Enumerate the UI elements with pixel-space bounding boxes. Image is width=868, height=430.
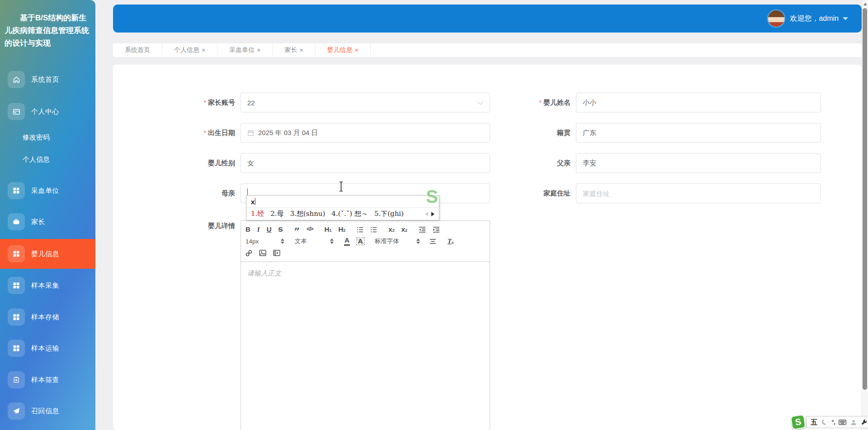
baby-gender-field-box <box>241 153 490 173</box>
ordered-list-icon[interactable] <box>357 226 363 233</box>
superscript-button[interactable]: x2 <box>401 226 407 234</box>
close-icon[interactable]: × <box>355 47 359 54</box>
bold-button[interactable]: B <box>245 226 250 234</box>
align-icon[interactable] <box>429 238 436 244</box>
keyboard-icon[interactable] <box>839 420 846 425</box>
sogou-logo-icon: S <box>426 187 438 206</box>
birth-date-picker[interactable]: 2025 年 03 月 04 日 <box>241 123 490 143</box>
id-card-icon <box>8 103 25 120</box>
baby-name-field-box <box>576 93 821 112</box>
bullet-list-icon[interactable] <box>370 226 377 233</box>
sidebar-item-parents[interactable]: 家长 <box>0 210 95 234</box>
father-input[interactable] <box>583 159 814 167</box>
link-icon[interactable] <box>245 250 252 257</box>
ime-composition: x <box>246 196 439 208</box>
sidebar-item-recall-info[interactable]: 召回信息 <box>0 399 95 423</box>
native-place-field-box <box>576 123 821 143</box>
baby-gender-label: 婴儿性别 <box>131 153 235 173</box>
video-icon[interactable] <box>273 250 280 256</box>
ime-next-page-icon[interactable] <box>431 212 434 216</box>
text-color-button[interactable]: A <box>344 237 350 246</box>
rich-text-editor: B I U S ” </> H1 H2 x2 x2 <box>241 220 490 430</box>
tab-system-home[interactable]: 系统首页 <box>113 43 162 57</box>
subscript-button[interactable]: x2 <box>388 226 394 234</box>
sidebar-item-baby-info[interactable]: 婴儿信息 <box>0 239 95 269</box>
underline-button[interactable]: U <box>267 226 272 234</box>
ime-wubi-mode[interactable]: 五 <box>811 419 817 425</box>
home-address-input[interactable] <box>583 190 814 197</box>
sidebar-item-sample-storage[interactable]: 样本存储 <box>0 305 95 329</box>
clipboard-x-icon <box>8 371 25 388</box>
ime-candidate[interactable]: 3.想(shnu) <box>290 210 326 218</box>
heading1-button[interactable]: H1 <box>325 226 332 234</box>
italic-button[interactable]: I <box>257 226 260 234</box>
close-icon[interactable]: × <box>257 47 260 54</box>
sidebar-item-home[interactable]: 系统首页 <box>0 68 95 91</box>
birth-date-label: *出生日期 <box>131 123 235 143</box>
updown-icon <box>330 238 334 244</box>
ime-candidate[interactable]: 1.经 <box>251 210 264 218</box>
sidebar-item-change-password[interactable]: 修改密码 <box>23 133 90 144</box>
tab-personal-info[interactable]: 个人信息× <box>162 43 217 57</box>
baby-name-label: *婴儿姓名 <box>467 93 571 112</box>
font-family-select[interactable]: 标准字体 <box>375 237 420 245</box>
ime-candidate[interactable]: 5.下(ghi) <box>374 210 404 218</box>
punctuation-mode-icon[interactable]: °, <box>831 419 835 425</box>
father-label: 父亲 <box>467 153 571 173</box>
clear-format-button[interactable]: Tx <box>448 238 454 245</box>
grid-icon <box>8 245 25 262</box>
welcome-text: 欢迎您，admin <box>790 14 839 23</box>
sogou-logo-icon[interactable]: S <box>790 414 806 430</box>
indent-icon[interactable] <box>433 226 440 233</box>
sidebar-item-sample-collect[interactable]: 样本采集 <box>0 274 95 297</box>
sidebar-item-personal-center[interactable]: 个人中心 <box>0 100 95 123</box>
image-icon[interactable] <box>259 250 266 256</box>
close-icon[interactable]: × <box>202 47 205 54</box>
wrench-icon[interactable] <box>861 419 867 425</box>
chevron-down-icon[interactable] <box>843 17 848 20</box>
ime-candidate[interactable]: 2.母 <box>270 210 283 218</box>
strikethrough-button[interactable]: S <box>278 226 283 234</box>
baby-name-input[interactable] <box>583 99 814 107</box>
sidebar: 基于B/S结构的新生儿疾病筛查信息管理系统的设计与实现 系统首页 个人中心 修改… <box>0 0 95 430</box>
tab-blood-unit[interactable]: 采血单位× <box>217 43 273 57</box>
blockquote-button[interactable]: ” <box>294 229 300 234</box>
font-size-select[interactable]: 14px <box>245 238 284 245</box>
account-icon[interactable] <box>850 419 857 425</box>
app-title: 基于B/S结构的新生儿疾病筛查信息管理系统的设计与实现 <box>5 12 90 50</box>
baby-gender-input[interactable] <box>247 159 483 167</box>
heading2-button[interactable]: H2 <box>338 226 345 234</box>
grid-icon <box>8 277 25 294</box>
sidebar-item-blood-unit[interactable]: 采血单位 <box>0 179 95 202</box>
highlight-color-button[interactable]: A <box>357 238 364 245</box>
tab-baby-info[interactable]: 婴儿信息× <box>316 43 371 57</box>
top-header: 欢迎您，admin <box>113 5 862 33</box>
grid-icon <box>8 308 25 326</box>
native-place-label: 籍贯 <box>467 123 571 143</box>
parent-account-select[interactable]: 22 <box>241 93 490 112</box>
home-address-field-box <box>576 183 821 203</box>
sidebar-item-personal-info[interactable]: 个人信息 <box>23 155 90 166</box>
code-button[interactable]: </> <box>307 226 313 232</box>
paper-plane-icon <box>8 402 25 420</box>
tab-parents[interactable]: 家长× <box>273 43 315 57</box>
form-panel: *家长账号 22 *婴儿姓名 *出生日期 2025 年 03 月 04 日 籍贯… <box>113 65 862 430</box>
sidebar-item-sample-screening[interactable]: 样本筛查 <box>0 368 95 392</box>
sidebar-item-sample-transport[interactable]: 样本运输 <box>0 337 95 360</box>
scrollbar-thumb[interactable] <box>863 8 867 390</box>
briefcase-icon <box>8 213 25 230</box>
close-icon[interactable]: × <box>299 47 303 54</box>
parent-account-label: *家长账号 <box>131 93 235 112</box>
native-place-input[interactable] <box>583 129 814 137</box>
ime-candidate[interactable]: 4.(ˇ.ˇ) 想～ <box>331 210 368 218</box>
tab-bar: 系统首页 个人信息× 采血单位× 家长× 婴儿信息× <box>113 43 862 57</box>
paragraph-select[interactable]: 文本 <box>295 237 334 245</box>
outdent-icon[interactable] <box>419 226 426 233</box>
scrollbar-up-arrow-icon[interactable] <box>863 3 867 5</box>
moon-icon[interactable]: ☾ <box>820 418 829 427</box>
user-avatar[interactable] <box>768 10 784 27</box>
welcome-prefix: 欢迎您， <box>790 14 819 22</box>
grid-icon <box>8 182 25 199</box>
editor-content-area[interactable]: 请输入正文 <box>241 262 490 285</box>
ime-prev-page-icon[interactable] <box>425 212 428 216</box>
